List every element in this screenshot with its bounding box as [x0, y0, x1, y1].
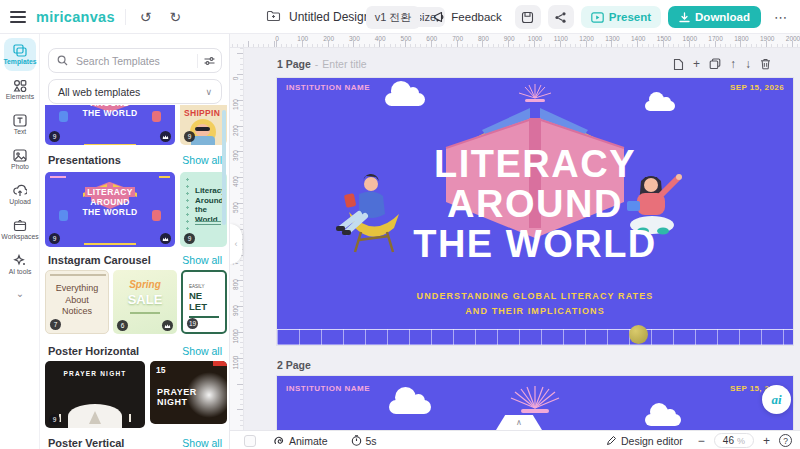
section-instagram-carousel: Instagram Carousel Show all — [48, 254, 222, 266]
duration-button[interactable]: 5s — [345, 434, 383, 448]
page-title-input[interactable]: Enter title — [322, 58, 366, 70]
page-count-badge: 9 — [184, 131, 195, 142]
upload-icon — [13, 184, 27, 197]
page-count-badge: 9 — [49, 233, 60, 244]
cloud-shape[interactable] — [645, 414, 681, 426]
search-box — [48, 48, 222, 73]
animate-button[interactable]: Animate — [267, 434, 334, 448]
download-button[interactable]: Download — [668, 6, 761, 28]
template-thumbnail-prayer-night-2[interactable]: 15 PRAYER NIGHT — [150, 361, 227, 424]
rail-collapse-icon[interactable]: ⌄ — [0, 288, 40, 299]
section-poster-vertical: Poster Vertical Show all — [48, 437, 222, 449]
sidebar-item-workspaces[interactable]: Workspaces — [4, 213, 36, 246]
page-1-header: 1 Page - Enter title + ↑ ↓ — [277, 53, 793, 75]
praying-hands-shape — [89, 411, 101, 424]
template-thumbnail-prayer-night-1[interactable]: PRAYER NIGHT 9 — [45, 361, 145, 428]
ruler-horizontal: 0100200300400500600700800900100011001200… — [230, 34, 800, 48]
template-thumbnail-literacy-presentation[interactable]: LITERACYAROUNDTHE WORLD 9 — [45, 172, 175, 247]
feedback-button[interactable]: Feedback — [427, 10, 508, 24]
select-all-checkbox[interactable] — [244, 435, 256, 447]
design-title-text[interactable]: LITERACY AROUND THE WORLD — [277, 144, 793, 264]
zoom-in-button[interactable]: + — [763, 435, 770, 447]
page-2-label: 2 Page — [277, 359, 311, 371]
template-thumbnail-literacy-mint[interactable]: Literacy Around the World 9 — [180, 172, 227, 247]
panel-collapse-handle[interactable]: ‹ — [230, 224, 242, 264]
play-icon — [591, 12, 604, 23]
sidebar-item-text[interactable]: Text — [4, 108, 36, 141]
template-thumbnail-shipping[interactable]: SHIPPIN 9 — [180, 105, 227, 145]
share-button[interactable] — [548, 5, 574, 29]
template-thumbnail-notices[interactable]: Everything About Notices 7 — [45, 270, 109, 334]
show-all-link[interactable]: Show all — [182, 254, 222, 266]
candle-shape — [129, 414, 131, 422]
animate-loop-icon — [273, 435, 285, 446]
download-icon — [679, 12, 690, 23]
design-subtitle-text[interactable]: UNDERSTANDING GLOBAL LITERACY RATES AND … — [277, 289, 793, 319]
show-all-link[interactable]: Show all — [182, 154, 222, 166]
sidebar-item-ai-tools[interactable]: AI tools — [4, 248, 36, 281]
template-thumbnail-spring-sale[interactable]: Spring SALE 6 — [113, 270, 177, 334]
share-icon — [554, 11, 567, 24]
cloud-shape[interactable] — [645, 101, 675, 111]
megaphone-icon — [433, 11, 446, 23]
premium-crown-icon — [162, 320, 173, 331]
sidebar-item-templates[interactable]: Templates — [4, 38, 36, 71]
show-all-link[interactable]: Show all — [182, 345, 222, 357]
move-page-down-button[interactable]: ↓ — [745, 58, 751, 70]
page-1-label: 1 Page — [277, 58, 311, 70]
page-1-design[interactable]: INSTITUTION NAME SEP 15, 2026 — [277, 78, 793, 345]
shelf-strip-shape[interactable] — [277, 329, 793, 345]
new-page-button[interactable] — [673, 58, 684, 71]
cloud-shape[interactable] — [385, 93, 425, 106]
search-input[interactable] — [74, 54, 191, 68]
canvas-area: 0100200300400500600700800900100011001200… — [230, 34, 800, 430]
institution-name-text[interactable]: INSTITUTION NAME — [286, 83, 370, 92]
left-rail: Templates Elements Text Photo Upload Wor… — [0, 34, 40, 449]
template-thumbnail-newsletter[interactable]: EASILY NE LET 19 — [181, 270, 227, 334]
workspaces-icon — [13, 219, 27, 232]
more-options-icon[interactable]: ⋯ — [768, 9, 794, 26]
search-icon — [57, 55, 68, 66]
panel-scrollbar[interactable] — [222, 110, 226, 225]
date-text[interactable]: SEP 15, 2026 — [730, 83, 784, 92]
filter-icon[interactable] — [204, 56, 215, 66]
miricanvas-app: miricanvas ↺ ↻ Untitled Design Resize v1… — [0, 0, 800, 449]
top-bar: miricanvas ↺ ↻ Untitled Design Resize v1… — [0, 0, 800, 34]
zoom-out-button[interactable]: − — [698, 435, 705, 447]
duplicate-page-button[interactable] — [709, 58, 721, 70]
sidebar-item-upload[interactable]: Upload — [4, 178, 36, 211]
ai-assistant-button[interactable]: ai — [762, 385, 791, 414]
page-count-badge: 7 — [50, 319, 61, 330]
zoom-value: 46 — [723, 435, 734, 446]
redo-icon[interactable]: ↻ — [166, 8, 186, 26]
document-title[interactable]: Untitled Design — [289, 10, 370, 24]
page-count-badge: 9 — [184, 233, 195, 244]
delete-page-button[interactable] — [760, 58, 771, 70]
page-count-badge: 9 — [49, 131, 60, 142]
undo-icon[interactable]: ↺ — [136, 8, 156, 26]
add-page-button[interactable]: + — [693, 58, 700, 70]
folder-plus-icon[interactable] — [266, 8, 281, 26]
move-page-up-button[interactable]: ↑ — [730, 58, 736, 70]
yellow-ball-shape[interactable] — [629, 325, 648, 344]
help-button[interactable]: ? — [779, 434, 792, 447]
save-icon — [521, 11, 534, 24]
present-button[interactable]: Present — [581, 6, 661, 28]
save-button[interactable] — [515, 5, 541, 29]
zoom-level-field[interactable]: 46 % — [714, 433, 754, 448]
template-thumbnail-literacy-web[interactable]: LITERACYAROUNDTHE WORLD 9 — [45, 105, 175, 145]
sidebar-item-photo[interactable]: Photo — [4, 143, 36, 176]
sunglasses-shape — [195, 127, 210, 131]
show-all-link[interactable]: Show all — [182, 437, 222, 449]
hamburger-menu-icon[interactable] — [10, 11, 26, 23]
sunburst-book-icon[interactable] — [513, 82, 557, 104]
miricanvas-logo[interactable]: miricanvas — [36, 9, 115, 25]
design-editor-button[interactable]: Design editor — [600, 434, 689, 448]
cloud-shape[interactable] — [389, 400, 431, 414]
timer-icon — [351, 435, 362, 446]
template-type-dropdown[interactable]: All web templates ∨ — [48, 79, 222, 104]
institution-name-text[interactable]: INSTITUTION NAME — [286, 384, 370, 393]
sunburst-book-icon[interactable] — [503, 384, 567, 416]
v1-switch-button[interactable]: v1 전환 — [366, 6, 421, 29]
sidebar-item-elements[interactable]: Elements — [4, 73, 36, 106]
